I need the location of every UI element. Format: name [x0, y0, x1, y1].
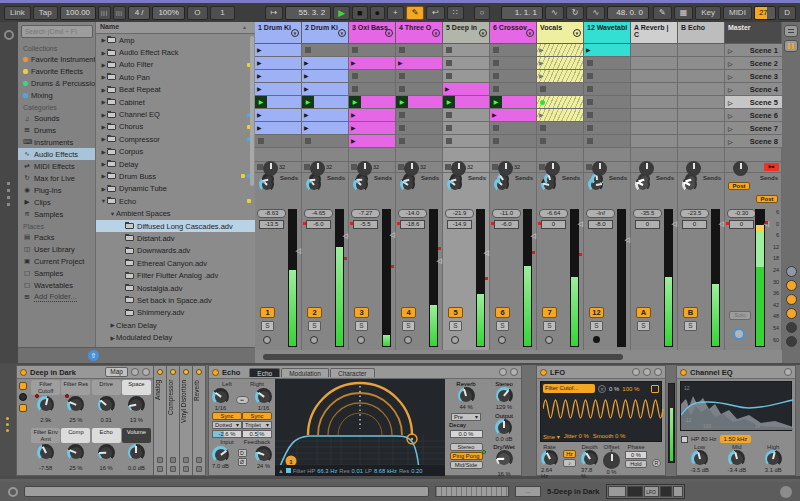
info-view-icon[interactable]: [8, 487, 18, 497]
scene-play-icon[interactable]: ▷: [728, 86, 733, 93]
fader-handle[interactable]: ◁: [625, 237, 630, 243]
clip-slot[interactable]: [678, 135, 725, 148]
capture-midi-button[interactable]: +: [387, 6, 404, 20]
clip-slot[interactable]: [396, 44, 443, 57]
peak-level-field[interactable]: -Inf: [586, 209, 615, 218]
follow-button[interactable]: ↦: [265, 6, 284, 20]
track-header[interactable]: Vocals▾: [537, 22, 584, 44]
channel-eq-title-bar[interactable]: Channel EQ: [677, 366, 795, 379]
quantization-menu[interactable]: 1 Bar: [210, 6, 235, 20]
file-list-item[interactable]: ▶Dynamic Tube: [96, 183, 255, 195]
key-map-button[interactable]: Key: [695, 6, 721, 20]
collapsed-device-reverb[interactable]: Reverb: [193, 365, 206, 476]
clip-slot[interactable]: [490, 44, 537, 57]
track-header[interactable]: 3 Oxi Bass▾: [349, 22, 396, 44]
file-list-item[interactable]: ▶Audio Effect Rack: [96, 46, 255, 58]
pan-knob[interactable]: [310, 161, 325, 176]
track-header[interactable]: 4 Three O▾: [396, 22, 443, 44]
feedback-knob[interactable]: [255, 446, 272, 463]
track-activator-button[interactable]: 4: [401, 307, 416, 318]
show-chains-icon[interactable]: [19, 404, 27, 412]
fader-handle[interactable]: ◁: [578, 221, 583, 227]
fader-handle[interactable]: ◁: [672, 221, 677, 227]
sidebar-item-wavetables[interactable]: ▢Wavetables: [18, 279, 95, 291]
file-list-item[interactable]: Ethereal Canyon.adv: [96, 257, 255, 269]
file-list-item[interactable]: ▶Amp: [96, 34, 255, 46]
clip-slot[interactable]: [396, 122, 443, 135]
device-power-icon[interactable]: [540, 369, 547, 376]
send-a-post-button[interactable]: Post: [728, 182, 750, 190]
tab-modulation[interactable]: Modulation: [281, 368, 329, 377]
fader-handle[interactable]: ◁: [343, 233, 348, 239]
lfo-title-bar[interactable]: LFO: [537, 366, 665, 379]
volume-field[interactable]: -8.0: [588, 220, 613, 229]
scene-row[interactable]: ▷Scene 7: [725, 122, 782, 135]
solo-button[interactable]: S: [543, 321, 556, 331]
solo-button[interactable]: S: [590, 321, 603, 331]
sort-icon[interactable]: ▲: [242, 24, 247, 30]
decay-field[interactable]: 0.0 %: [450, 430, 483, 438]
macro-knob[interactable]: [128, 444, 145, 461]
eq-display[interactable]: 12 0 -12 100 1k: [680, 381, 792, 431]
arm-button[interactable]: [593, 336, 600, 343]
track-activator-button[interactable]: A: [636, 307, 651, 318]
send-b-post-button[interactable]: Post: [756, 195, 778, 203]
depth-knob[interactable]: [581, 450, 598, 467]
hotswap-icon[interactable]: [131, 368, 139, 376]
expand-arrow-icon[interactable]: ▶: [100, 149, 107, 155]
expand-arrow-icon[interactable]: ▶: [100, 161, 107, 167]
file-list-header[interactable]: Name ▲: [96, 22, 255, 34]
show-devices-icon[interactable]: [19, 393, 27, 401]
solo-button[interactable]: S: [355, 321, 368, 331]
file-list-item[interactable]: ▶Corpus: [96, 146, 255, 158]
scene-play-icon[interactable]: ▷: [728, 112, 733, 119]
track-activator-button[interactable]: 6: [495, 307, 510, 318]
loop-length-field[interactable]: 48. 0. 0: [607, 6, 649, 20]
disk-overload-indicator[interactable]: D: [778, 6, 796, 20]
scene-play-icon[interactable]: ▷: [728, 73, 733, 80]
loop-start-field[interactable]: 1. 1. 1: [501, 6, 543, 20]
time-signature-field[interactable]: 4 / 4: [128, 6, 151, 20]
hotswap-icon[interactable]: [196, 457, 202, 463]
track-header[interactable]: A Reverb | C: [631, 22, 678, 44]
scene-row[interactable]: ▷Scene 3: [725, 70, 782, 83]
lfo-min-value[interactable]: 0 %: [609, 386, 619, 392]
file-list-item[interactable]: ▶Chorus: [96, 121, 255, 133]
track-header[interactable]: 6 Crossov▾: [490, 22, 537, 44]
scene-row[interactable]: ▷Scene 6: [725, 109, 782, 122]
clip-slot[interactable]: [349, 44, 396, 57]
volume-field[interactable]: -14.9: [447, 220, 472, 229]
clip-slot[interactable]: ▶: [396, 57, 443, 70]
left-offset-field[interactable]: -2.6 %: [212, 430, 242, 438]
output-gain-knob[interactable]: [495, 419, 512, 436]
collapsed-device-analog[interactable]: Analog: [154, 365, 167, 476]
track-header[interactable]: B Echo: [678, 22, 725, 44]
cue-button[interactable]: [733, 328, 745, 340]
arm-button[interactable]: [357, 336, 365, 344]
pan-knob[interactable]: [263, 161, 278, 176]
sidebar-item-clips[interactable]: ▶Clips: [18, 196, 95, 208]
file-list-item[interactable]: ▶Modulated Delay: [96, 331, 255, 343]
clip-slot[interactable]: [584, 135, 631, 148]
clip-slot[interactable]: [631, 70, 678, 83]
track-options-icon[interactable]: ▾: [573, 29, 581, 37]
sidebar-item-favorite-instruments[interactable]: Favorite Instruments: [18, 53, 95, 65]
clip-slot[interactable]: ▶: [255, 70, 302, 83]
clip-slot[interactable]: ▶: [490, 109, 537, 122]
expand-arrow-icon[interactable]: ▶: [109, 322, 116, 328]
clip-slot[interactable]: ▶: [302, 122, 349, 135]
arm-button[interactable]: [545, 336, 553, 344]
expand-arrow-icon[interactable]: ▶: [100, 112, 107, 118]
save-preset-icon[interactable]: [157, 466, 163, 472]
file-list-scrollbar[interactable]: [250, 36, 254, 186]
scene-play-icon[interactable]: ▷: [728, 47, 733, 54]
expand-arrow-icon[interactable]: ▶: [100, 62, 107, 68]
volume-field[interactable]: 0: [635, 220, 660, 229]
file-list-item[interactable]: Shimmery.adv: [96, 307, 255, 319]
right-offset-field[interactable]: 0.5 %: [242, 430, 272, 438]
clip-slot[interactable]: [396, 83, 443, 96]
save-preset-icon[interactable]: [142, 368, 150, 376]
clip-slot[interactable]: ▶: [443, 96, 490, 109]
clip-slot[interactable]: ▶: [302, 109, 349, 122]
expand-arrow-icon[interactable]: ▶: [100, 124, 107, 130]
